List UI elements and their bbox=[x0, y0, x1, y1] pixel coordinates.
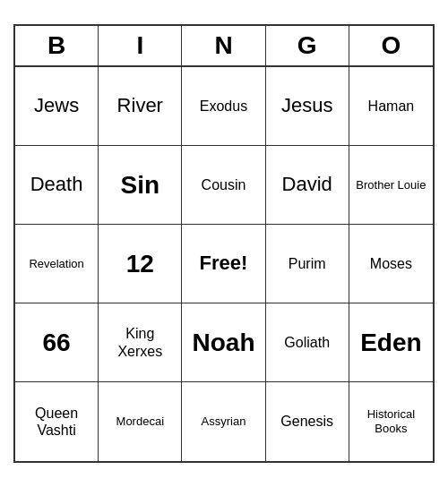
bingo-header: BINGO bbox=[15, 26, 433, 67]
bingo-cell[interactable]: River bbox=[99, 67, 182, 146]
header-letter: G bbox=[266, 26, 349, 65]
bingo-card: BINGO JewsRiverExodusJesusHamanDeathSinC… bbox=[13, 24, 435, 463]
bingo-cell[interactable]: Goliath bbox=[266, 303, 349, 382]
bingo-cell[interactable]: Exodus bbox=[182, 67, 265, 146]
bingo-cell[interactable]: Assyrian bbox=[182, 382, 265, 461]
bingo-cell[interactable]: Revelation bbox=[15, 225, 99, 303]
bingo-cell[interactable]: 66 bbox=[15, 303, 99, 382]
bingo-cell[interactable]: Historical Books bbox=[349, 382, 433, 461]
bingo-grid: JewsRiverExodusJesusHamanDeathSinCousinD… bbox=[15, 67, 433, 461]
bingo-cell[interactable]: David bbox=[266, 146, 349, 225]
bingo-cell[interactable]: Jesus bbox=[266, 67, 349, 146]
bingo-cell[interactable]: King Xerxes bbox=[99, 303, 182, 382]
bingo-cell[interactable]: Cousin bbox=[182, 146, 265, 225]
bingo-cell[interactable]: Brother Louie bbox=[349, 146, 433, 225]
header-letter: N bbox=[182, 26, 265, 65]
header-letter: I bbox=[99, 26, 182, 65]
bingo-cell[interactable]: Noah bbox=[182, 303, 265, 382]
bingo-cell[interactable]: Queen Vashti bbox=[15, 382, 99, 461]
bingo-cell[interactable]: Sin bbox=[99, 146, 182, 225]
bingo-cell[interactable]: Death bbox=[15, 146, 99, 225]
bingo-cell[interactable]: Jews bbox=[15, 67, 99, 146]
header-letter: B bbox=[15, 26, 99, 65]
bingo-cell[interactable]: Mordecai bbox=[99, 382, 182, 461]
bingo-cell[interactable]: Eden bbox=[349, 303, 433, 382]
header-letter: O bbox=[349, 26, 433, 65]
bingo-cell[interactable]: Haman bbox=[349, 67, 433, 146]
bingo-cell[interactable]: 12 bbox=[99, 225, 182, 303]
bingo-cell[interactable]: Moses bbox=[349, 225, 433, 303]
bingo-cell[interactable]: Free! bbox=[182, 225, 265, 303]
bingo-cell[interactable]: Purim bbox=[266, 225, 349, 303]
bingo-cell[interactable]: Genesis bbox=[266, 382, 349, 461]
